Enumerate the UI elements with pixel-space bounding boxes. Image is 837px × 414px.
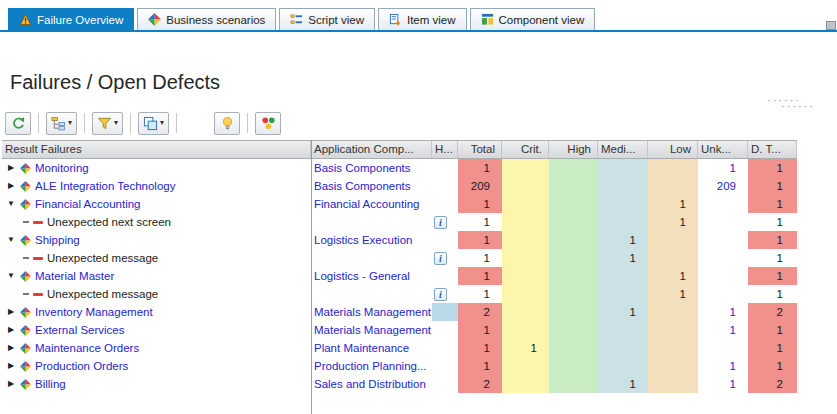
application-component-cell[interactable]: Financial Accounting	[311, 195, 432, 213]
component-row[interactable]: ▼Financial AccountingFinancial Accountin…	[2, 195, 797, 213]
unknown-cell[interactable]: 1	[698, 159, 748, 177]
dt-cell[interactable]: 1	[748, 321, 797, 339]
tab-item-view[interactable]: Item view	[378, 8, 467, 30]
low-cell[interactable]: 1	[648, 213, 698, 231]
dt-cell[interactable]: 1	[748, 357, 797, 375]
collapse-icon[interactable]: ▼	[6, 231, 16, 249]
info-icon[interactable]: i	[434, 252, 447, 265]
failure-detail-row[interactable]: Unexpected messagei111	[2, 285, 797, 303]
unknown-cell[interactable]: 1	[698, 303, 748, 321]
column-header-defect-total[interactable]: D. T...	[748, 141, 797, 158]
dt-cell[interactable]: 1	[748, 177, 797, 195]
component-name[interactable]: Shipping	[35, 231, 80, 249]
low-cell[interactable]: 1	[648, 285, 698, 303]
collapse-icon[interactable]: ▼	[6, 267, 16, 285]
expand-icon[interactable]: ▶	[6, 321, 16, 339]
flag-cell[interactable]: i	[432, 285, 458, 303]
application-component-link[interactable]: Materials Management	[314, 324, 431, 336]
dt-cell[interactable]: 1	[748, 339, 797, 357]
component-row[interactable]: ▶External ServicesMaterials Management11…	[2, 321, 797, 339]
dt-cell[interactable]: 1	[748, 267, 797, 285]
component-row[interactable]: ▶ALE Integration TechnologyBasis Compone…	[2, 177, 797, 195]
tab-script-view[interactable]: Script view	[279, 8, 375, 30]
total-cell[interactable]: 1	[458, 357, 502, 375]
application-component-cell[interactable]: Logistics - General	[311, 267, 432, 285]
application-component-cell[interactable]: Basis Components	[311, 159, 432, 177]
total-cell[interactable]: 1	[458, 267, 502, 285]
application-component-cell[interactable]: Logistics Execution	[311, 231, 432, 249]
column-splitter[interactable]	[311, 140, 312, 414]
column-header-high[interactable]: High	[549, 141, 598, 158]
low-cell[interactable]: 1	[648, 267, 698, 285]
component-row[interactable]: ▶BillingSales and Distribution2112	[2, 375, 797, 393]
component-name[interactable]: Inventory Management	[35, 303, 153, 321]
copy-view-menu-button[interactable]: ▾	[138, 112, 169, 135]
dt-cell[interactable]: 1	[748, 159, 797, 177]
column-header-critical[interactable]: Crit.	[502, 141, 549, 158]
component-row[interactable]: ▶Inventory ManagementMaterials Managemen…	[2, 303, 797, 321]
component-name[interactable]: ALE Integration Technology	[35, 177, 175, 195]
info-icon[interactable]: i	[434, 288, 447, 301]
total-cell[interactable]: 1	[458, 195, 502, 213]
legend-button[interactable]	[255, 112, 281, 135]
dt-cell[interactable]: 2	[748, 303, 797, 321]
expand-icon[interactable]: ▶	[6, 177, 16, 195]
total-cell[interactable]: 2	[458, 303, 502, 321]
application-component-cell[interactable]: Materials Management	[311, 303, 432, 321]
dt-cell[interactable]: 1	[748, 195, 797, 213]
total-cell[interactable]: 1	[458, 285, 502, 303]
application-component-link[interactable]: Materials Management	[314, 306, 431, 318]
application-component-cell[interactable]: Sales and Distribution	[311, 375, 432, 393]
expand-icon[interactable]: ▶	[6, 303, 16, 321]
dt-cell[interactable]: 1	[748, 249, 797, 267]
component-row[interactable]: ▶MonitoringBasis Components111	[2, 159, 797, 177]
total-cell[interactable]: 1	[458, 231, 502, 249]
column-header-unknown[interactable]: Unk...	[698, 141, 748, 158]
component-row[interactable]: ▼ShippingLogistics Execution111	[2, 231, 797, 249]
expand-icon[interactable]: ▶	[6, 357, 16, 375]
flag-cell[interactable]: i	[432, 213, 458, 231]
column-header-total[interactable]: Total	[458, 141, 502, 158]
total-cell[interactable]: 1	[458, 159, 502, 177]
medium-cell[interactable]: 1	[598, 231, 648, 249]
medium-cell[interactable]: 1	[598, 249, 648, 267]
failure-detail-row[interactable]: Unexpected messagei111	[2, 249, 797, 267]
total-cell[interactable]: 1	[458, 249, 502, 267]
tabbar-end-button[interactable]	[826, 21, 836, 30]
component-row[interactable]: ▶Maintenance OrdersPlant Maintenance111	[2, 339, 797, 357]
application-component-link[interactable]: Financial Accounting	[314, 198, 419, 210]
dt-cell[interactable]: 1	[748, 213, 797, 231]
low-cell[interactable]: 1	[648, 195, 698, 213]
application-component-link[interactable]: Basis Components	[314, 162, 411, 174]
unknown-cell[interactable]: 1	[698, 321, 748, 339]
dt-cell[interactable]: 1	[748, 285, 797, 303]
application-component-link[interactable]: Logistics - General	[314, 270, 410, 282]
component-name[interactable]: Monitoring	[35, 159, 89, 177]
failure-detail-row[interactable]: Unexpected next screeni111	[2, 213, 797, 231]
dt-cell[interactable]: 1	[748, 231, 797, 249]
collapse-icon[interactable]: ▼	[6, 195, 16, 213]
total-cell[interactable]: 209	[458, 177, 502, 195]
lightbulb-button[interactable]	[214, 112, 240, 135]
application-component-cell[interactable]: Plant Maintenance	[311, 339, 432, 357]
column-header-application-component[interactable]: Application Comp...	[311, 141, 432, 158]
dt-cell[interactable]: 2	[748, 375, 797, 393]
component-name[interactable]: Financial Accounting	[35, 195, 140, 213]
component-name[interactable]: Billing	[35, 375, 66, 393]
application-component-link[interactable]: Sales and Distribution	[314, 378, 426, 390]
tab-business-scenarios[interactable]: Business scenarios	[137, 8, 276, 30]
info-icon[interactable]: i	[434, 216, 447, 229]
medium-cell[interactable]: 1	[598, 303, 648, 321]
component-name[interactable]: Production Orders	[35, 357, 128, 375]
component-row[interactable]: ▶Production OrdersProduction Planning...…	[2, 357, 797, 375]
application-component-cell[interactable]: Materials Management	[311, 321, 432, 339]
application-component-link[interactable]: Plant Maintenance	[314, 342, 409, 354]
column-header-medium[interactable]: Medi...	[598, 141, 648, 158]
application-component-cell[interactable]: Basis Components	[311, 177, 432, 195]
filter-menu-button[interactable]: ▾	[92, 112, 123, 135]
hierarchy-menu-button[interactable]: ▾	[46, 112, 77, 135]
unknown-cell[interactable]: 209	[698, 177, 748, 195]
application-component-cell[interactable]: Production Planning...	[311, 357, 432, 375]
unknown-cell[interactable]: 1	[698, 357, 748, 375]
flag-cell[interactable]: i	[432, 249, 458, 267]
